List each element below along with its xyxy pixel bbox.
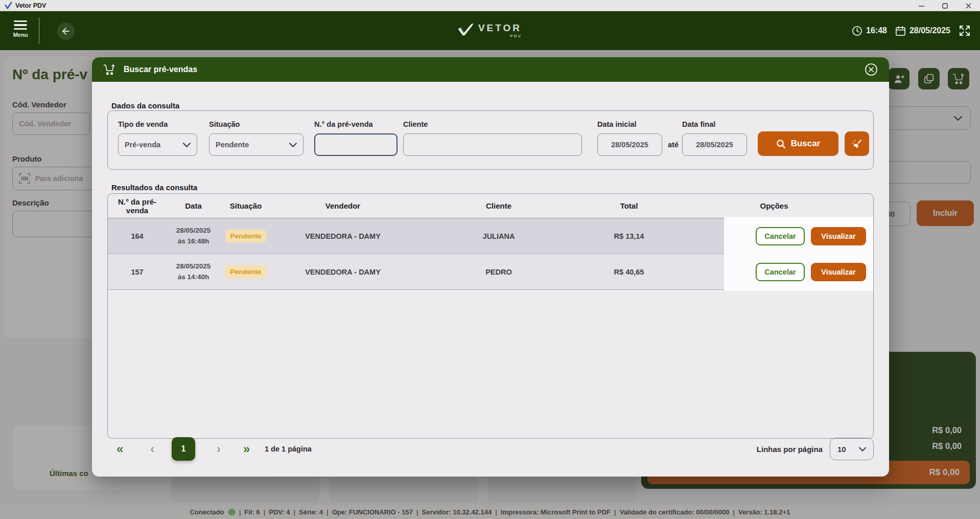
brand-text: VETOR: [478, 23, 522, 33]
close-window-button[interactable]: [956, 0, 980, 11]
clear-filters-button[interactable]: [845, 131, 869, 156]
prev-page-button[interactable]: ‹: [150, 443, 154, 455]
linhas-por-pagina-label: Linhas por página: [757, 445, 823, 454]
linhas-por-pagina-select[interactable]: 10: [830, 438, 874, 460]
cell-cliente: JULIANA: [414, 232, 583, 240]
status-badge: Pendente: [225, 265, 267, 278]
data-final-value: 28/05/2025: [696, 141, 733, 149]
cell-opcoes: Cancelar Visualizar: [675, 218, 873, 254]
column-header-situacao: Situação: [220, 201, 271, 210]
visualizar-button[interactable]: Visualizar: [811, 263, 866, 281]
vetor-check-icon: [458, 23, 474, 36]
status-badge: Pendente: [225, 230, 267, 242]
column-header-total: Total: [583, 201, 675, 210]
window-titlebar: Vetor PDV: [0, 0, 980, 11]
restore-button[interactable]: [933, 0, 956, 11]
fullscreen-icon[interactable]: [959, 25, 971, 37]
header-divider: [39, 17, 39, 44]
dados-consulta-title: Dados da consulta: [111, 101, 179, 110]
last-page-button[interactable]: »: [243, 443, 250, 455]
results-table: N.° da pré-venda Data Situação Vendedor …: [107, 193, 874, 439]
column-header-cliente: Cliente: [414, 201, 583, 210]
cancelar-button[interactable]: Cancelar: [756, 263, 805, 281]
page-info: 1 de 1 página: [265, 445, 312, 453]
resultados-title: Resultados da consulta: [111, 183, 197, 192]
cell-data: 28/05/2025 às 16:48h: [167, 225, 220, 247]
tipo-venda-select[interactable]: Pré-venda: [118, 133, 197, 156]
minimize-button[interactable]: [909, 0, 933, 11]
data-final-label: Data final: [682, 120, 715, 128]
data-final-field[interactable]: 28/05/2025: [682, 133, 747, 156]
cancelar-button[interactable]: Cancelar: [756, 227, 805, 245]
cell-numero: 157: [108, 268, 167, 276]
app-window: Vetor PDV Menu VETOR PDV: [0, 0, 980, 519]
chevron-down-icon: [289, 143, 297, 147]
calendar-icon: [895, 26, 906, 36]
cell-data-date: 28/05/2025: [167, 225, 220, 236]
menu-button[interactable]: Menu: [10, 18, 31, 38]
window-title: Vetor PDV: [15, 2, 46, 9]
date-display: 28/05/2025: [895, 26, 950, 36]
cell-data: 28/05/2025 às 14:40h: [167, 261, 220, 283]
app-logo-icon: [4, 2, 12, 10]
column-header-data: Data: [167, 201, 220, 210]
app-header: Menu VETOR PDV 16:48 28/05/2025: [0, 11, 980, 50]
buscar-label: Buscar: [791, 139, 821, 149]
cell-data-time: às 16:48h: [167, 236, 220, 247]
cell-opcoes: Cancelar Visualizar: [675, 254, 873, 289]
tipo-venda-value: Pré-venda: [125, 141, 160, 149]
clock-display: 16:48: [852, 26, 887, 36]
cell-vendedor: VENDEDORA - DAMY: [271, 232, 414, 240]
buscar-button[interactable]: Buscar: [758, 131, 838, 156]
date-value: 28/05/2025: [909, 26, 950, 35]
search-icon: [776, 139, 786, 149]
time-value: 16:48: [866, 26, 887, 35]
situacao-select[interactable]: Pendente: [209, 133, 304, 156]
current-page-button[interactable]: 1: [172, 437, 195, 461]
cell-vendedor: VENDEDORA - DAMY: [271, 268, 414, 276]
next-page-button[interactable]: ›: [217, 443, 221, 455]
cell-situacao: Pendente: [220, 265, 271, 278]
visualizar-button[interactable]: Visualizar: [811, 227, 866, 245]
data-inicial-field[interactable]: 28/05/2025: [597, 133, 662, 156]
hamburger-icon: [10, 20, 31, 30]
cell-data-date: 28/05/2025: [167, 261, 220, 272]
pagination: « ‹ 1 › » 1 de 1 página Linhas por págin…: [92, 436, 889, 462]
cell-total: R$ 40,65: [583, 268, 675, 276]
chevron-down-icon: [859, 447, 866, 452]
tipo-venda-label: Tipo de venda: [118, 120, 168, 128]
cliente-field[interactable]: [403, 133, 582, 156]
modal-title: Buscar pré-vendas: [124, 65, 197, 74]
chevron-down-icon: [183, 143, 191, 147]
back-button[interactable]: [57, 22, 75, 40]
table-row[interactable]: 157 28/05/2025 às 14:40h Pendente VENDED…: [108, 254, 873, 290]
cell-total: R$ 13,14: [583, 232, 675, 240]
cell-situacao: Pendente: [220, 230, 271, 242]
arrow-left-icon: [61, 26, 71, 36]
ate-label: até: [668, 141, 679, 149]
close-modal-button[interactable]: [865, 63, 878, 76]
data-inicial-value: 28/05/2025: [611, 141, 648, 149]
cell-data-time: às 14:40h: [167, 272, 220, 283]
numero-pre-venda-field[interactable]: [314, 133, 398, 156]
buscar-pre-vendas-modal: Buscar pré-vendas Dados da consulta Tipo…: [92, 57, 889, 477]
search-form: Tipo de venda Pré-venda Situação Pendent…: [107, 110, 874, 170]
clean-broom-icon: [851, 138, 863, 150]
numero-pre-venda-label: N.° da pré-venda: [314, 120, 373, 128]
menu-label: Menu: [10, 32, 31, 38]
cliente-input[interactable]: [410, 141, 575, 149]
first-page-button[interactable]: «: [116, 443, 123, 455]
cliente-label: Cliente: [403, 120, 428, 128]
data-inicial-label: Data inicial: [597, 120, 637, 128]
situacao-value: Pendente: [216, 141, 249, 149]
table-row[interactable]: 164 28/05/2025 às 16:48h Pendente VENDED…: [108, 218, 873, 254]
numero-pre-venda-input[interactable]: [321, 141, 390, 149]
cell-numero: 164: [108, 232, 167, 240]
column-header-numero: N.° da pré-venda: [108, 197, 167, 215]
brand-subtext: PDV: [478, 34, 522, 38]
brand-logo: VETOR PDV: [458, 23, 522, 38]
column-header-opcoes: Opções: [675, 194, 873, 218]
close-circle-icon: [865, 63, 878, 76]
linhas-value: 10: [837, 445, 846, 454]
clock-icon: [852, 26, 862, 36]
